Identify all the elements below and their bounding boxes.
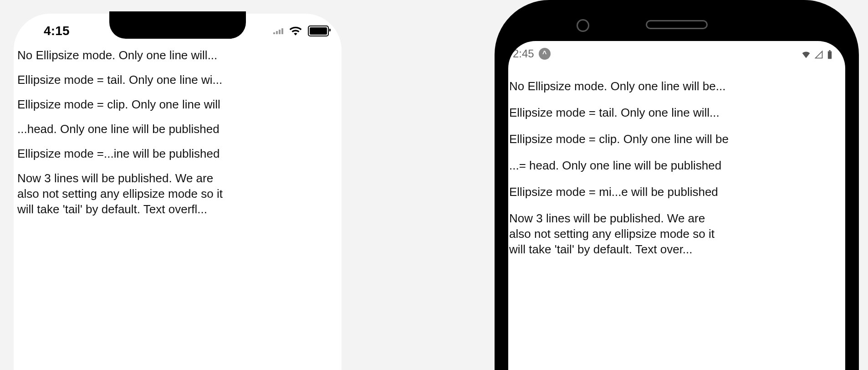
android-status-time: 2:45 bbox=[513, 47, 534, 60]
android-text-no-ellipsize: No Ellipsize mode. Only one line will be… bbox=[509, 78, 836, 94]
android-text-ellipsize-head: ...= head. Only one line will be publish… bbox=[509, 158, 836, 173]
ios-text-ellipsize-tail: Ellipsize mode = tail. Only one line wi.… bbox=[17, 72, 332, 87]
android-camera-hole bbox=[577, 19, 589, 32]
ios-text-three-lines: Now 3 lines will be published. We are al… bbox=[17, 170, 236, 217]
android-text-ellipsize-tail: Ellipsize mode = tail. Only one line wil… bbox=[509, 105, 836, 120]
cellular-signal-icon bbox=[814, 49, 823, 58]
android-text-three-lines: Now 3 lines will be published. We are al… bbox=[509, 211, 723, 257]
svg-rect-0 bbox=[828, 51, 832, 59]
stage: 4:15 No Ellipsize mode. Only one line wi… bbox=[0, 0, 868, 370]
ios-status-time: 4:15 bbox=[44, 24, 70, 38]
android-text-ellipsize-clip: Ellipsize mode = clip. Only one line wil… bbox=[509, 131, 836, 147]
android-content: No Ellipsize mode. Only one line will be… bbox=[509, 78, 845, 268]
cellular-signal-icon bbox=[273, 28, 283, 34]
ios-status-indicators bbox=[273, 26, 329, 36]
android-status-bar: 2:45 ^ bbox=[508, 46, 845, 62]
expo-notification-icon: ^ bbox=[539, 48, 551, 60]
battery-icon bbox=[827, 49, 836, 58]
wifi-icon bbox=[802, 49, 811, 58]
android-text-ellipsize-middle: Ellipsize mode = mi...e will be publishe… bbox=[509, 184, 836, 200]
wifi-icon bbox=[289, 26, 302, 36]
ios-text-ellipsize-head: ...head. Only one line will be published bbox=[17, 121, 332, 137]
ios-text-ellipsize-middle: Ellipsize mode =...ine will be published bbox=[17, 146, 332, 161]
android-status-left: 2:45 ^ bbox=[513, 47, 551, 60]
ios-text-ellipsize-clip: Ellipsize mode = clip. Only one line wil… bbox=[17, 97, 332, 112]
ios-text-no-ellipsize: No Ellipsize mode. Only one line will... bbox=[17, 47, 332, 63]
ios-content: No Ellipsize mode. Only one line will...… bbox=[14, 46, 342, 370]
battery-icon bbox=[308, 26, 329, 36]
android-speaker-grill bbox=[646, 20, 708, 29]
android-screen: 2:45 ^ No Ellipsize mode. Only one bbox=[508, 41, 845, 370]
svg-rect-1 bbox=[829, 50, 830, 51]
iphone-frame: 4:15 No Ellipsize mode. Only one line wi… bbox=[0, 0, 355, 370]
android-frame: 2:45 ^ No Ellipsize mode. Only one bbox=[495, 0, 859, 370]
iphone-notch bbox=[109, 11, 246, 39]
android-status-right bbox=[802, 49, 836, 58]
